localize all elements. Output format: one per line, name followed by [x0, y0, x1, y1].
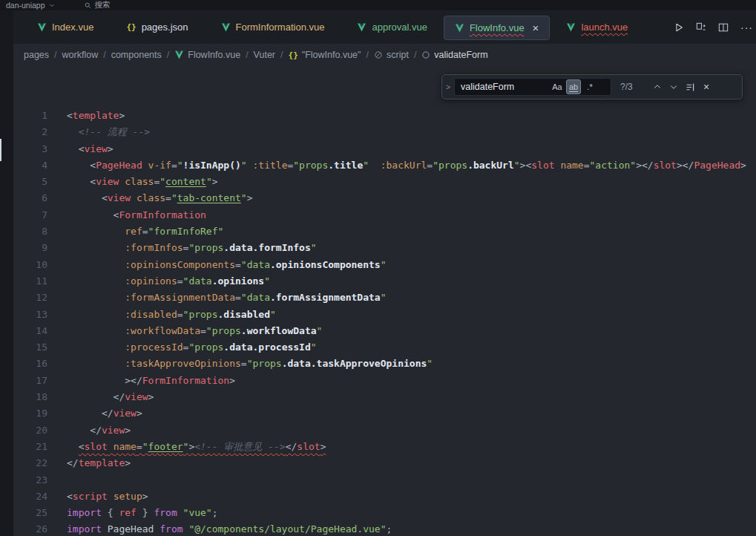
find-next-button[interactable] — [666, 79, 681, 94]
line-content[interactable]: <PageHead v-if="!isInApp()" :title="prop… — [47, 157, 746, 174]
breadcrumb-item-Vuter[interactable]: Vuter — [254, 50, 275, 60]
line-number: 4 — [13, 157, 47, 174]
regex-button[interactable]: .* — [582, 79, 597, 94]
activity-bar[interactable] — [0, 10, 13, 536]
line-content[interactable]: :taskApproveOpinions="props.data.taskApp… — [47, 356, 433, 372]
line-content[interactable]: :opinionsComponents="data.opinionsCompon… — [47, 257, 387, 273]
breadcrumb-item-script[interactable]: script — [374, 50, 409, 60]
tab-label: approval.vue — [372, 22, 427, 33]
find-input[interactable] — [461, 82, 548, 92]
find-expand-toggle[interactable]: > — [442, 75, 454, 99]
match-case-button[interactable]: Aa — [550, 79, 565, 94]
find-widget: > Aa ab .* ?/3 × — [441, 74, 743, 99]
line-number: 3 — [13, 141, 47, 157]
line-number: 10 — [13, 257, 47, 273]
tab-approval.vue[interactable]: approval.vue — [341, 10, 443, 44]
line-number: 13 — [13, 307, 47, 323]
line-content[interactable]: </template> — [47, 455, 131, 471]
whole-word-button[interactable]: ab — [566, 79, 581, 94]
find-input-box: Aa ab .* — [454, 78, 611, 96]
line-content[interactable]: :processId="props.data.processId" — [47, 339, 317, 356]
line-content[interactable]: ref="formInfoRef" — [47, 223, 223, 240]
breadcrumb-label: validateForm — [434, 50, 487, 60]
line-content[interactable]: :formInfos="props.data.formInfos" — [47, 240, 317, 256]
line-number: 1 — [13, 108, 47, 124]
line-number: 6 — [13, 190, 47, 206]
breadcrumb-item-components[interactable]: components — [111, 50, 162, 60]
find-close-icon[interactable]: × — [699, 79, 714, 94]
line-content[interactable]: ></FormInformation> — [47, 373, 235, 389]
breadcrumb-label: workflow — [62, 50, 99, 60]
line-content[interactable]: </view> — [47, 405, 142, 422]
search-icon — [85, 2, 91, 9]
error-squiggle: <slot name="footer"><!-- 审批意见 --></slot> — [79, 441, 326, 452]
code-line: 26import PageHead from "@/components/lay… — [13, 521, 756, 536]
tab-label: FlowInfo.vue — [470, 22, 525, 33]
run-icon[interactable] — [674, 22, 684, 33]
script-symbol-icon — [374, 50, 383, 59]
line-content[interactable]: </view> — [47, 389, 154, 405]
code-line: 10 :opinionsComponents="data.opinionsCom… — [13, 257, 756, 273]
title-bar: dan-uniapp 搜索 — [0, 0, 756, 10]
line-content[interactable]: import PageHead from "@/components/layou… — [47, 521, 392, 536]
vue-icon — [221, 23, 231, 32]
vue-icon — [566, 23, 576, 32]
find-prev-button[interactable] — [650, 79, 665, 94]
line-content[interactable]: <template> — [47, 108, 125, 124]
more-actions-icon[interactable]: ··· — [740, 22, 753, 33]
tab-close-icon[interactable]: × — [533, 22, 539, 33]
breadcrumb-item-FlowInfo.vue[interactable]: {}"FlowInfo.vue" — [289, 50, 361, 60]
breadcrumb-label: FlowInfo.vue — [188, 50, 240, 60]
line-number: 2 — [13, 124, 47, 140]
breadcrumb-label: pages — [24, 50, 49, 60]
line-number: 11 — [13, 273, 47, 290]
line-content[interactable]: :opinions="data.opinions" — [47, 273, 270, 290]
line-content[interactable]: <slot name="footer"><!-- 审批意见 --></slot> — [47, 439, 326, 455]
line-content[interactable]: import { ref } from "vue"; — [47, 505, 218, 521]
line-content[interactable]: </view> — [47, 422, 131, 439]
find-in-selection-icon[interactable] — [683, 79, 697, 94]
tab-FormInformation.vue[interactable]: FormInformation.vue — [205, 10, 341, 44]
command-center-search[interactable]: 搜索 — [85, 0, 111, 10]
breadcrumb-label: "FlowInfo.vue" — [302, 50, 361, 60]
breadcrumb-separator: / — [367, 50, 369, 60]
line-content[interactable]: :workflowData="props.workflowData" — [47, 323, 322, 339]
line-content[interactable]: <!-- 流程 --> — [47, 124, 150, 140]
line-number: 23 — [13, 472, 47, 488]
breadcrumb-item-workflow[interactable]: workflow — [62, 50, 99, 60]
code-line: 7 <FormInformation — [13, 207, 756, 223]
code-line: 19 </view> — [13, 405, 756, 422]
tab-label: FormInformation.vue — [236, 22, 325, 33]
line-content[interactable]: :disabled="props.disabled" — [47, 307, 276, 323]
project-menu[interactable]: dan-uniapp — [6, 1, 55, 10]
code-line: 17 ></FormInformation> — [13, 373, 756, 389]
code-line: 1<template> — [13, 108, 756, 124]
breadcrumb-item-pages[interactable]: pages — [24, 50, 49, 60]
line-number: 8 — [13, 223, 47, 240]
line-number: 16 — [13, 356, 47, 372]
line-content[interactable]: <view class="content"> — [47, 174, 218, 190]
line-content[interactable]: <view> — [47, 141, 114, 157]
editor[interactable]: > Aa ab .* ?/3 × 1<template>2 <!-- 流程 --… — [13, 66, 756, 536]
breadcrumb-item-FlowInfo.vue[interactable]: FlowInfo.vue — [174, 50, 240, 60]
split-editor-icon[interactable] — [718, 22, 729, 33]
tab-FlowInfo.vue[interactable]: FlowInfo.vue× — [444, 16, 550, 40]
code-line: 15 :processId="props.data.processId" — [13, 339, 756, 356]
code-lines[interactable]: 1<template>2 <!-- 流程 -->3 <view>4 <PageH… — [13, 66, 756, 536]
tab-launch.vue[interactable]: launch.vue — [550, 10, 644, 44]
line-number: 24 — [13, 488, 47, 505]
line-content[interactable]: <script setup> — [47, 488, 148, 505]
code-line: 25import { ref } from "vue"; — [13, 505, 756, 521]
breadcrumb-item-validateForm[interactable]: validateForm — [421, 50, 487, 60]
code-line: 11 :opinions="data.opinions" — [13, 273, 756, 290]
line-content[interactable]: <FormInformation — [47, 207, 206, 223]
open-changes-icon[interactable] — [696, 22, 706, 33]
breadcrumb-label: script — [387, 50, 409, 60]
line-content[interactable]: :formAssignmentData="data.formAssignment… — [47, 290, 387, 306]
tab-Index.vue[interactable]: Index.vue — [21, 10, 110, 44]
line-content[interactable]: <view class="tab-content"> — [47, 190, 252, 206]
find-results-count: ?/3 — [620, 82, 641, 92]
tab-pages.json[interactable]: {}pages.json — [110, 10, 204, 44]
line-content[interactable] — [47, 472, 67, 488]
line-number: 22 — [13, 455, 47, 471]
